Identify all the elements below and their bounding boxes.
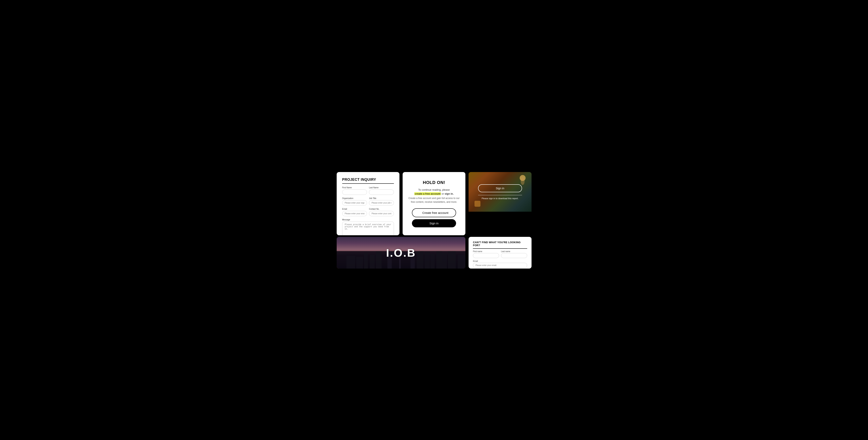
cant-find-name-row: First name Last name (473, 250, 527, 258)
cant-find-first-name-label: First name (473, 250, 499, 253)
subtitle-pre: To continue reading, please (418, 188, 450, 191)
job-title-group: Job Title (369, 197, 394, 206)
name-row: First Name Last Name (342, 186, 394, 195)
create-account-highlight: create a free account (414, 192, 441, 195)
cant-find-last-name-label: Last name (501, 250, 527, 253)
cant-find-email-input[interactable] (473, 263, 527, 268)
inquiry-divider (342, 183, 394, 184)
job-title-input[interactable] (369, 200, 394, 206)
carnival-decoration2 (472, 199, 483, 209)
contact-input[interactable] (369, 211, 394, 216)
svg-rect-18 (442, 253, 447, 269)
sign-in-overlay-button[interactable]: Sign in (478, 184, 522, 192)
email-group: Email (342, 208, 367, 216)
svg-rect-13 (417, 251, 424, 269)
sign-in-image-section: Sign in Please sign in to download this … (469, 172, 531, 212)
cant-find-panel: CAN'T FIND WHAT YOU'RE LOOKING FOR? Firs… (469, 237, 531, 269)
subtitle-mid: or (441, 192, 444, 195)
email-contact-row: Email Contact No. (342, 208, 394, 216)
message-textarea[interactable] (342, 222, 394, 235)
svg-rect-17 (356, 257, 363, 269)
last-name-label: Last Name (369, 186, 394, 189)
iob-title: I.O.B (386, 246, 416, 259)
organization-input[interactable] (342, 200, 367, 206)
hold-on-title: HOLD ON! (423, 180, 445, 185)
svg-point-1 (521, 177, 525, 185)
hold-on-description: Create a free account and gain full acce… (408, 197, 460, 204)
contact-group: Contact No. (369, 208, 394, 216)
hold-on-panel: HOLD ON! To continue reading, please cre… (403, 172, 465, 235)
email-label: Email (342, 208, 367, 210)
sign-in-description: Please sign in to download this report. (482, 197, 519, 200)
project-inquiry-panel: PROJECT INQUIRY First Name Last Name Org… (337, 172, 399, 235)
svg-rect-12 (364, 253, 368, 269)
first-name-input[interactable] (342, 189, 367, 195)
sign-in-link: sign in. (444, 192, 454, 195)
sign-in-white-divider (478, 195, 522, 195)
last-name-group: Last Name (369, 186, 394, 195)
organization-label: Organization (342, 197, 367, 199)
contact-label: Contact No. (369, 208, 394, 210)
job-title-label: Job Title (369, 197, 394, 199)
svg-rect-2 (474, 201, 480, 207)
svg-rect-14 (424, 252, 430, 269)
cant-find-email-label: Email (473, 260, 527, 262)
iob-panel: I.O.B (337, 237, 466, 269)
cant-find-last-name-group: Last name (501, 250, 527, 258)
svg-rect-21 (346, 256, 355, 269)
svg-rect-15 (430, 254, 435, 269)
svg-rect-10 (376, 251, 382, 269)
svg-rect-19 (448, 251, 456, 269)
hold-on-subtitle: To continue reading, please create a fre… (414, 188, 454, 196)
email-input[interactable] (342, 211, 367, 216)
message-label: Message (342, 218, 394, 221)
first-name-group: First Name (342, 186, 367, 195)
carnival-decoration (517, 174, 529, 186)
first-name-label: First Name (342, 186, 367, 189)
organization-group: Organization (342, 197, 367, 206)
cant-find-title: CAN'T FIND WHAT YOU'RE LOOKING FOR? (473, 241, 527, 249)
last-name-input[interactable] (369, 189, 394, 195)
sign-in-report-panel: Sign in Please sign in to download this … (469, 172, 531, 235)
svg-rect-16 (436, 251, 442, 269)
cant-find-first-name-group: First name (473, 250, 499, 258)
org-job-row: Organization Job Title (342, 197, 394, 206)
project-inquiry-title: PROJECT INQUIRY (342, 178, 394, 182)
message-group: Message (342, 218, 394, 235)
cant-find-first-name-input[interactable] (473, 253, 499, 258)
svg-rect-11 (370, 255, 375, 269)
svg-rect-20 (458, 255, 465, 269)
cant-find-email-group: Email (473, 260, 527, 268)
cant-find-last-name-input[interactable] (501, 253, 527, 258)
create-account-button[interactable]: Create free account (412, 208, 456, 217)
sign-in-button[interactable]: Sign in (412, 219, 456, 227)
